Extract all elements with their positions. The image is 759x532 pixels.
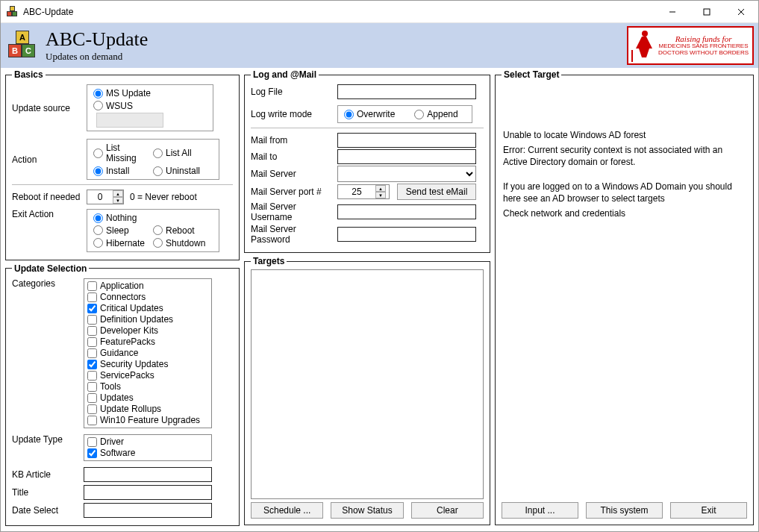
msg-hint: If you are logged on to a Windows AD Dom… xyxy=(502,179,747,206)
select-target-group: Select Target Unable to locate Windows A… xyxy=(495,69,754,525)
update-source-label: Update source xyxy=(12,103,87,113)
radio-list-missing[interactable]: List Missing xyxy=(93,143,146,163)
maximize-button[interactable] xyxy=(690,1,724,23)
title-input[interactable] xyxy=(84,485,212,500)
radio-uninstall[interactable]: Uninstall xyxy=(153,166,205,176)
radio-shutdown[interactable]: Shutdown xyxy=(153,238,205,248)
reboot-down[interactable]: ▼ xyxy=(113,197,123,204)
write-mode-label: Log write mode xyxy=(251,109,337,119)
abc-logo-icon: ABC xyxy=(8,31,38,60)
port-up[interactable]: ▲ xyxy=(375,185,386,192)
update-type-label: Update Type xyxy=(12,434,84,445)
msf-figure-icon xyxy=(628,28,658,63)
date-input[interactable] xyxy=(84,503,212,518)
radio-reboot[interactable]: Reboot xyxy=(153,225,205,236)
basics-group: Basics Update source MS Update WSUS Acti… xyxy=(5,69,240,260)
category-application[interactable]: Application xyxy=(87,281,208,292)
msf-banner: Raising funds for MEDECINS SANS FRONTIER… xyxy=(627,26,754,65)
radio-nothing[interactable]: Nothing xyxy=(93,213,205,223)
radio-list-all[interactable]: List All xyxy=(153,143,205,163)
exit-action-label: Exit Action xyxy=(12,209,87,219)
svg-rect-5 xyxy=(631,50,633,62)
radio-sleep[interactable]: Sleep xyxy=(93,225,146,236)
svg-rect-1 xyxy=(704,9,710,15)
mail-to-label: Mail to xyxy=(251,151,337,162)
radio-append[interactable]: Append xyxy=(414,109,457,119)
mail-server-label: Mail Server xyxy=(251,169,337,179)
categories-list: ApplicationConnectorsCritical UpdatesDef… xyxy=(84,278,212,428)
updsel-legend: Update Selection xyxy=(12,263,89,274)
wsus-field[interactable] xyxy=(96,113,163,128)
reboot-hint: 0 = Never reboot xyxy=(130,192,197,202)
category-update-rollups[interactable]: Update Rollups xyxy=(87,404,208,415)
msg-error: Error: Current security context is not a… xyxy=(502,143,747,169)
msf-line2: DOCTORS WITHOUT BORDERS xyxy=(658,50,749,57)
kb-input[interactable] xyxy=(84,467,212,482)
title-label: Title xyxy=(12,487,84,498)
category-developer-kits[interactable]: Developer Kits xyxy=(87,325,208,337)
category-tools[interactable]: Tools xyxy=(87,381,208,392)
category-critical-updates[interactable]: Critical Updates xyxy=(87,303,208,314)
mail-pass-label: Mail Server Password xyxy=(251,224,337,245)
app-subtitle: Updates on demand xyxy=(46,51,148,63)
mail-user-label: Mail Server Username xyxy=(251,201,337,222)
radio-ms-update[interactable]: MS Update xyxy=(93,88,151,98)
svg-point-4 xyxy=(642,31,648,37)
mail-user-input[interactable] xyxy=(337,204,476,219)
category-security-updates[interactable]: Security Updates xyxy=(87,359,208,370)
mail-from-label: Mail from xyxy=(251,135,337,145)
category-connectors[interactable]: Connectors xyxy=(87,292,208,303)
mail-pass-input[interactable] xyxy=(337,227,476,242)
port-label: Mail Server port # xyxy=(251,187,337,197)
category-updates[interactable]: Updates xyxy=(87,392,208,404)
reboot-label: Reboot if needed xyxy=(12,192,87,202)
basics-legend: Basics xyxy=(12,69,46,80)
category-definition-updates[interactable]: Definition Updates xyxy=(87,314,208,325)
mail-server-select[interactable] xyxy=(337,166,476,182)
radio-hibernate[interactable]: Hibernate xyxy=(93,238,146,248)
log-legend: Log and @Mail xyxy=(251,69,319,80)
minimize-button[interactable] xyxy=(655,1,690,23)
reboot-spinner[interactable]: ▲▼ xyxy=(87,190,124,204)
date-label: Date Select xyxy=(12,505,84,516)
select-target-legend: Select Target xyxy=(502,69,561,80)
category-featurepacks[interactable]: FeaturePacks xyxy=(87,337,208,348)
targets-group: Targets Schedule ... Show Status Clear xyxy=(244,256,490,525)
reboot-up[interactable]: ▲ xyxy=(113,190,123,197)
logfile-label: Log File xyxy=(251,87,337,97)
category-servicepacks[interactable]: ServicePacks xyxy=(87,370,208,381)
logfile-input[interactable] xyxy=(337,84,476,99)
port-value[interactable] xyxy=(338,185,375,198)
log-mail-group: Log and @Mail Log File Log write mode Ov… xyxy=(244,69,490,253)
type-driver[interactable]: Driver xyxy=(87,436,208,448)
input-button[interactable]: Input ... xyxy=(502,502,578,519)
update-selection-group: Update Selection Categories ApplicationC… xyxy=(5,263,240,526)
radio-overwrite[interactable]: Overwrite xyxy=(344,109,395,119)
this-system-button[interactable]: This system xyxy=(586,502,663,519)
targets-listbox[interactable] xyxy=(251,269,484,499)
type-software[interactable]: Software xyxy=(87,448,208,459)
msg-check: Check network and credentials xyxy=(502,206,747,221)
port-spinner[interactable]: ▲▼ xyxy=(337,184,390,199)
close-button[interactable] xyxy=(724,1,758,23)
port-down[interactable]: ▼ xyxy=(375,192,386,198)
msg-unable: Unable to locate Windows AD forest xyxy=(502,128,747,143)
schedule-button[interactable]: Schedule ... xyxy=(251,502,323,519)
category-guidance[interactable]: Guidance xyxy=(87,348,208,359)
kb-label: KB Article xyxy=(12,469,84,480)
window-titlebar: ABC-Update xyxy=(1,1,758,23)
category-win10-feature-upgrades[interactable]: Win10 Feature Upgrades xyxy=(87,415,208,426)
window-title: ABC-Update xyxy=(23,7,73,17)
action-label: Action xyxy=(12,154,87,165)
send-test-button[interactable]: Send test eMail xyxy=(397,184,476,200)
app-icon xyxy=(7,6,19,18)
mail-to-input[interactable] xyxy=(337,149,476,164)
mail-from-input[interactable] xyxy=(337,133,476,148)
exit-button[interactable]: Exit xyxy=(670,502,747,519)
reboot-value[interactable] xyxy=(87,190,113,204)
app-title: ABC-Update xyxy=(46,28,148,51)
radio-install[interactable]: Install xyxy=(93,166,146,176)
show-status-button[interactable]: Show Status xyxy=(331,502,403,519)
clear-button[interactable]: Clear xyxy=(411,502,484,519)
radio-wsus[interactable]: WSUS xyxy=(93,101,133,111)
